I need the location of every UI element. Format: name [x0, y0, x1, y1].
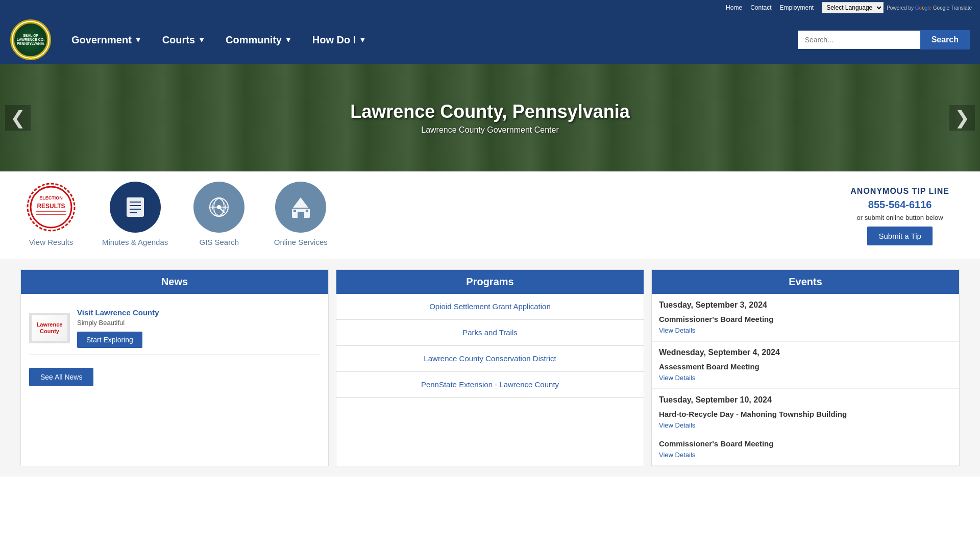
event-title-1-0: Assessment Board Meeting: [659, 362, 952, 371]
event-date-0: Tuesday, September 3, 2024: [652, 294, 959, 312]
program-link-3[interactable]: PennState Extension - Lawrence County: [421, 380, 559, 389]
program-item-1: Parks and Trails: [336, 320, 644, 346]
nav-community-label: Community: [226, 34, 282, 46]
hero-prev-arrow[interactable]: ❮: [5, 105, 31, 131]
tip-or-text: or submit online button below: [850, 214, 949, 221]
quick-icon-gis[interactable]: GIS Search: [188, 182, 250, 246]
top-bar: Home Contact Employment Select Language …: [0, 0, 980, 15]
event-title-2-0: Hard-to-Recycle Day - Mahoning Township …: [659, 410, 952, 418]
search-area: Search: [798, 30, 970, 49]
svg-text:ELECTION: ELECTION: [39, 195, 63, 201]
svg-text:RESULTS: RESULTS: [37, 203, 65, 210]
event-link-1-0[interactable]: View Details: [659, 374, 695, 382]
quick-icons-row: ELECTION RESULTS View Results Minutes: [0, 171, 980, 259]
event-link-0-0[interactable]: View Details: [659, 327, 695, 334]
logo-line1: SEAL OF: [17, 34, 44, 38]
news-body: LawrenceCounty Visit Lawrence County Sim…: [21, 294, 328, 394]
tip-phone: 855-564-6116: [850, 199, 949, 211]
main-content: News LawrenceCounty Visit Lawrence Count…: [0, 259, 980, 477]
logo-line2: LAWRENCE CO.: [17, 38, 44, 42]
program-item-3: PennState Extension - Lawrence County: [336, 372, 644, 398]
news-info: Visit Lawrence County Simply Beautiful S…: [77, 308, 159, 348]
hero-next-arrow[interactable]: ❯: [949, 105, 975, 131]
tip-box: ANONYMOUS TIP LINE 855-564-6116 or submi…: [840, 182, 960, 251]
language-select[interactable]: Select Language: [822, 2, 884, 13]
gis-icon: [206, 194, 232, 220]
search-button[interactable]: Search: [920, 30, 970, 49]
minutes-icon-circle: [110, 182, 161, 233]
translate-area: Select Language Powered by Google Google…: [822, 2, 972, 13]
quick-icons: ELECTION RESULTS View Results Minutes: [20, 182, 331, 246]
programs-header: Programs: [336, 270, 644, 294]
nav-community[interactable]: Community ▼: [215, 29, 302, 51]
news-description: Simply Beautiful: [77, 319, 159, 327]
hero-subtitle: Lawrence County Government Center: [350, 126, 630, 135]
event-date-1: Wednesday, September 4, 2024: [652, 341, 959, 359]
contact-link[interactable]: Contact: [750, 4, 771, 11]
svg-rect-20: [306, 210, 308, 212]
news-header: News: [21, 270, 328, 294]
election-label: View Results: [29, 238, 73, 246]
quick-icon-election[interactable]: ELECTION RESULTS View Results: [20, 182, 82, 246]
nav-courts[interactable]: Courts ▼: [152, 29, 215, 51]
home-link[interactable]: Home: [726, 4, 742, 11]
hero-banner: Lawrence County, Pennsylvania Lawrence C…: [0, 64, 980, 171]
quick-icon-online-services[interactable]: Online Services: [270, 182, 331, 246]
event-date-2: Tuesday, September 10, 2024: [652, 389, 959, 407]
program-link-2[interactable]: Lawrence County Conservation District: [424, 354, 556, 363]
event-item-1-0: Assessment Board Meeting View Details: [652, 359, 959, 389]
news-column: News LawrenceCounty Visit Lawrence Count…: [20, 269, 329, 466]
nav-community-arrow: ▼: [285, 36, 292, 44]
hero-content: Lawrence County, Pennsylvania Lawrence C…: [350, 101, 630, 135]
program-item-0: Opioid Settlement Grant Application: [336, 294, 644, 320]
events-column: Events Tuesday, September 3, 2024 Commis…: [651, 269, 960, 466]
event-item-2-0: Hard-to-Recycle Day - Mahoning Township …: [652, 407, 959, 436]
nav-howdoi-label: How Do I: [312, 34, 356, 46]
google-text: G: [915, 5, 919, 11]
online-services-label: Online Services: [274, 238, 328, 246]
gis-icon-circle: [193, 182, 244, 233]
nav-howdoi-arrow: ▼: [359, 36, 366, 44]
nav-menu: Government ▼ Courts ▼ Community ▼ How Do…: [61, 29, 788, 51]
nav-how-do-i[interactable]: How Do I ▼: [302, 29, 376, 51]
tip-title: ANONYMOUS TIP LINE: [850, 187, 949, 196]
start-exploring-button[interactable]: Start Exploring: [77, 332, 142, 348]
event-link-2-0[interactable]: View Details: [659, 421, 695, 429]
nav-courts-arrow: ▼: [198, 36, 205, 44]
header: SEAL OF LAWRENCE CO. PENNSYLVANIA Govern…: [0, 15, 980, 64]
logo-line3: PENNSYLVANIA: [17, 42, 44, 46]
program-link-1[interactable]: Parks and Trails: [462, 328, 518, 337]
minutes-label: Minutes & Agendas: [102, 238, 168, 246]
logo[interactable]: SEAL OF LAWRENCE CO. PENNSYLVANIA: [10, 19, 51, 60]
news-title: Visit Lawrence County: [77, 308, 159, 317]
svg-marker-17: [293, 197, 308, 208]
event-title-0-0: Commissioner's Board Meeting: [659, 315, 952, 323]
event-title-2-1: Commissioner's Board Meeting: [659, 439, 952, 448]
program-item-2: Lawrence County Conservation District: [336, 346, 644, 372]
program-link-0[interactable]: Opioid Settlement Grant Application: [429, 302, 551, 311]
nav-courts-label: Courts: [162, 34, 195, 46]
nav-government-label: Government: [71, 34, 132, 46]
events-header: Events: [652, 270, 959, 294]
election-icon: ELECTION RESULTS: [26, 182, 77, 233]
search-input[interactable]: [798, 31, 920, 49]
programs-column: Programs Opioid Settlement Grant Applica…: [336, 269, 644, 466]
nav-government[interactable]: Government ▼: [61, 29, 152, 51]
nav-government-arrow: ▼: [135, 36, 142, 44]
event-item-2-1: Commissioner's Board Meeting View Detail…: [652, 436, 959, 466]
submit-tip-button[interactable]: Submit a Tip: [867, 227, 932, 245]
see-all-news-button[interactable]: See All News: [29, 368, 93, 386]
event-link-2-1[interactable]: View Details: [659, 451, 695, 459]
news-item: LawrenceCounty Visit Lawrence County Sim…: [29, 302, 320, 355]
svg-rect-6: [127, 197, 144, 217]
programs-list: Opioid Settlement Grant Application Park…: [336, 294, 644, 398]
news-thumbnail: LawrenceCounty: [29, 313, 70, 343]
quick-icon-minutes[interactable]: Minutes & Agendas: [102, 182, 168, 246]
svg-rect-19: [293, 210, 296, 212]
minutes-icon: [122, 194, 148, 220]
powered-by-text: Powered by Google Google Translate: [887, 5, 972, 11]
hero-title: Lawrence County, Pennsylvania: [350, 101, 630, 122]
online-services-icon: [287, 193, 315, 221]
event-item-0-0: Commissioner's Board Meeting View Detail…: [652, 312, 959, 341]
employment-link[interactable]: Employment: [779, 4, 814, 11]
